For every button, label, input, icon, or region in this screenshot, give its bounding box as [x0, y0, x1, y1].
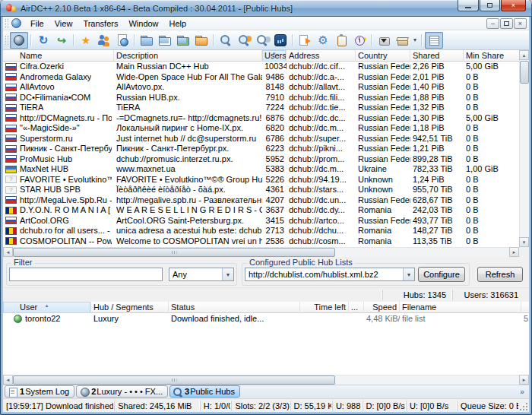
transfer-column-header-status[interactable]: Status [169, 302, 300, 313]
transfer-column-header-user[interactable]: User▲ [3, 302, 91, 313]
toolbar-separator [28, 32, 34, 49]
minimize-button[interactable] [458, 0, 479, 11]
chevron-down-icon[interactable]: ▾ [411, 32, 419, 49]
favorite-hubs-button[interactable] [77, 32, 95, 49]
finished-uploads-button[interactable] [192, 32, 211, 49]
follow-redirect-button[interactable] [52, 32, 71, 49]
reconnect-button[interactable] [34, 32, 52, 49]
open-filelist-button[interactable] [296, 32, 314, 49]
mdi-minimize-button[interactable]: – [486, 18, 499, 29]
download-queue-button[interactable] [138, 32, 156, 49]
hub-column-header-users[interactable]: Users▼ [262, 50, 287, 62]
waiting-users-button[interactable] [174, 32, 192, 49]
hublist-combo[interactable]: http://dchublist.com/hublist.xml.bz2 ▾ [245, 268, 415, 281]
hub-row[interactable]: Пикник - Санкт-ПетербургПикник - Санкт-П… [3, 144, 519, 154]
hub-list-vscrollbar[interactable]: ▲ ▼ [519, 50, 529, 247]
hub-row[interactable]: Superstorm.ruJust internet hub // dc@sup… [3, 134, 519, 144]
hub-row[interactable]: http://MegaLive.Spb.Ru - Фи...http://meg… [3, 195, 519, 206]
hub-row[interactable]: TiERATiERA7224dchub://dc.tie...Russian F… [3, 103, 519, 113]
scroll-down-button[interactable]: ▼ [519, 237, 529, 247]
hub-list-hscrollbar[interactable]: ◄ ► [3, 247, 519, 257]
tab-system-log[interactable]: 1System Log [5, 385, 74, 398]
hub-row[interactable]: ArtCool.ORGArtCool.ORG Saint-Petersburg.… [3, 216, 519, 227]
settings-button[interactable] [314, 32, 332, 49]
filter-column-combo[interactable]: Any ▾ [169, 268, 234, 281]
hub-row[interactable]: DC•Filimania•COMRussian HUB.px.7910dchub… [3, 93, 519, 103]
chevron-down-icon[interactable]: ▾ [403, 268, 414, 280]
tab-luxury-fx-[interactable]: 2Luxury - • • • FX... [76, 385, 168, 398]
hub-row[interactable]: "«-MagicSide-»"Локальный пиринг с Home-I… [3, 123, 519, 134]
away-button[interactable] [350, 32, 369, 49]
finished-downloads-button[interactable] [156, 32, 174, 49]
rebar-grip[interactable] [5, 19, 8, 28]
hub-row[interactable]: MaxNet HUBwww.maxnet.ua5383dchub://dc.m.… [3, 164, 519, 175]
shutdown-button[interactable] [375, 32, 393, 49]
hub-row[interactable]: ProMusic Hubdchub://promusic.interzet.ru… [3, 154, 519, 165]
toolbar-grip[interactable] [5, 36, 8, 45]
hub-row[interactable]: ?FAVORITE • Evolutkino™©®FAVORITE • Evol… [3, 175, 519, 185]
configure-button[interactable]: Configure [418, 267, 465, 282]
hub-column-header-min-share[interactable]: Min Share [464, 50, 514, 62]
transfer-column-header-extra[interactable] [521, 302, 529, 313]
titlebar[interactable]: AirDC++ 2.10 Beta 1 x86-64 - Beta Compil… [0, 0, 532, 17]
hub-row[interactable]: COSMOPOLITAN -- Powered...Welcome to COS… [3, 236, 519, 247]
filter-input[interactable] [9, 268, 163, 281]
menu-item-file[interactable]: File [25, 17, 49, 30]
search-button[interactable] [217, 32, 235, 49]
menu-item-window[interactable]: Window [123, 17, 163, 30]
hscroll-thumb[interactable] [13, 248, 335, 257]
hub-column-header-name[interactable]: Name [3, 50, 114, 62]
refresh-button[interactable]: Refresh [477, 267, 523, 282]
tab-overflow-button[interactable]: » [517, 386, 527, 398]
menu-item-help[interactable]: Help [164, 17, 192, 30]
hub-column-header-shared[interactable]: Shared [410, 50, 464, 62]
notepad-button[interactable] [332, 32, 350, 49]
network-stats-button[interactable] [271, 32, 290, 49]
chevron-down-icon[interactable]: ▾ [222, 268, 233, 280]
menu-item-transfers[interactable]: Transfers [78, 17, 123, 30]
scroll-left-button[interactable]: ◄ [3, 375, 13, 385]
scroll-right-button[interactable]: ► [509, 247, 519, 257]
hub-row[interactable]: AllAvtovoAllAvtovo.px.8148dchub://allavt… [3, 82, 519, 93]
transfer-column-header-time-left[interactable]: Time left [300, 302, 349, 313]
favorite-users-button[interactable] [95, 32, 113, 49]
hub-country: Russian Feder... [356, 144, 410, 154]
hub-column-header-country[interactable]: Country [356, 50, 410, 62]
tab-public-hubs[interactable]: 3Public Hubs [169, 385, 240, 398]
public-hubs-button[interactable] [10, 32, 28, 49]
maximize-button[interactable] [480, 0, 500, 11]
hub-users: 4361 [262, 185, 287, 195]
transfer-column-header--[interactable]: ... [349, 302, 364, 313]
transfer-column-header-filename[interactable]: Filename [400, 302, 521, 313]
close-button[interactable]: × [501, 0, 526, 11]
transfers-hscrollbar[interactable]: ◄ ► [3, 375, 529, 385]
scroll-right-button[interactable]: ► [519, 375, 529, 385]
transfer-column-header-hub-segments[interactable]: Hub / Segments [91, 302, 169, 313]
hub-row[interactable]: http://DCMagnets.ru - Порта...-=DCmagnet… [3, 113, 519, 124]
scroll-left-button[interactable]: ◄ [3, 247, 13, 257]
search-spy-button[interactable] [253, 32, 271, 49]
mdi-close-button[interactable]: × [514, 18, 527, 29]
open-owned-lists-button[interactable] [393, 32, 411, 49]
hub-row[interactable]: Andromeda GalaxyWide-Open Space Hub For … [3, 72, 519, 83]
toggle-transfers-view-button[interactable] [425, 32, 443, 49]
mdi-restore-button[interactable] [500, 18, 513, 29]
hub-row[interactable]: D.Y.O.N. R O M A N I A [ ...W E A R E S … [3, 205, 519, 216]
transfer-hub: Luxury [91, 313, 169, 324]
hub-row[interactable]: dchub.ro for all users... - Pow...unica … [3, 226, 519, 236]
hub-row[interactable]: ?STAR HUB SPBÏèòåðñêèé èíòåðíåò - õàá.px… [3, 185, 519, 195]
hscroll-thumb[interactable] [13, 375, 335, 385]
menu-item-view[interactable]: View [49, 17, 78, 30]
app-menu-icon[interactable] [11, 18, 21, 28]
vscroll-thumb[interactable] [520, 61, 529, 84]
transfer-column-header-speed[interactable]: Speed [364, 302, 400, 313]
adl-search-button[interactable] [235, 32, 253, 49]
hub-shared: 955,70 TiB [410, 185, 464, 195]
hub-column-header-description[interactable]: Description [114, 50, 262, 62]
resize-grip[interactable] [518, 401, 529, 412]
scroll-up-button[interactable]: ▲ [519, 50, 529, 60]
recent-hubs-button[interactable] [113, 32, 131, 49]
hub-column-header-address[interactable]: Address [287, 50, 356, 62]
hub-row[interactable]: Cifra.OzerkiMain Russian DC++ Hub10034dc… [3, 62, 519, 72]
transfer-row[interactable]: toronto22LuxuryDownload finished, idle..… [3, 313, 529, 324]
